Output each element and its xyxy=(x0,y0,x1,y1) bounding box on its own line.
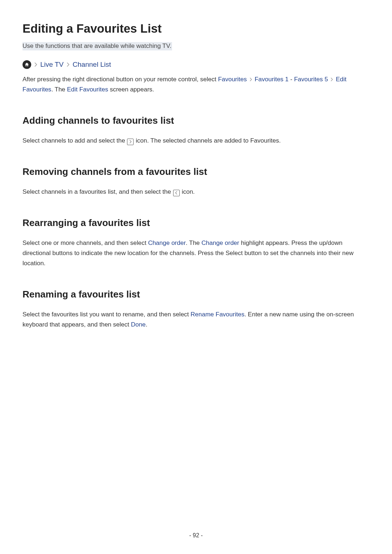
adding-text-2: icon. The selected channels are added to… xyxy=(134,137,281,144)
removing-text-2: icon. xyxy=(180,188,195,195)
intro-paragraph: After pressing the right directional but… xyxy=(23,74,369,95)
page-content: Editing a Favourites List Use the functi… xyxy=(0,0,392,346)
section-heading-renaming: Renaming a favourites list xyxy=(23,289,369,300)
renaming-text-1: Select the favourites list you want to r… xyxy=(23,311,191,318)
page-subtitle: Use the functions that are available whi… xyxy=(23,42,172,50)
section-renaming: Renaming a favourites list Select the fa… xyxy=(23,289,369,330)
favourites-5-label: Favourites 5 xyxy=(294,76,328,83)
chevron-right-icon xyxy=(330,77,333,82)
edit-favourites-label-2: Edit Favourites xyxy=(67,86,108,93)
adding-text-1: Select channels to add and select the xyxy=(23,137,127,144)
chevron-right-icon xyxy=(34,62,37,67)
intro-after: screen appears. xyxy=(108,86,154,93)
rename-favourites-label: Rename Favourites xyxy=(191,311,244,318)
change-order-label-2: Change order xyxy=(201,239,239,246)
rearranging-text-2: . The xyxy=(186,239,201,246)
page-number: - 92 - xyxy=(0,532,392,539)
breadcrumb-channel-list: Channel List xyxy=(73,61,111,69)
removing-text-1: Select channels in a favourites list, an… xyxy=(23,188,173,195)
dash: - xyxy=(289,76,294,83)
section-removing: Removing channels from a favourites list… xyxy=(23,166,369,197)
renaming-text-3: . xyxy=(146,321,147,328)
chevron-right-icon xyxy=(66,62,70,67)
renaming-paragraph: Select the favourites list you want to r… xyxy=(23,309,369,330)
section-adding: Adding channels to favourites list Selec… xyxy=(23,115,369,146)
change-order-label: Change order xyxy=(148,239,186,246)
section-heading-removing: Removing channels from a favourites list xyxy=(23,166,369,177)
chevron-right-icon xyxy=(249,77,252,82)
page-title: Editing a Favourites List xyxy=(23,22,369,36)
adding-paragraph: Select channels to add and select the ic… xyxy=(23,136,369,146)
favourites-1-label: Favourites 1 xyxy=(254,76,289,83)
done-label: Done xyxy=(131,321,146,328)
section-heading-adding: Adding channels to favourites list xyxy=(23,115,369,126)
favourites-label: Favourites xyxy=(218,76,247,83)
intro-the: . The xyxy=(51,86,67,93)
right-arrow-box-icon xyxy=(127,139,134,145)
page-subtitle-wrap: Use the functions that are available whi… xyxy=(23,42,369,60)
rearranging-text-1: Select one or more channels, and then se… xyxy=(23,239,148,246)
rearranging-paragraph: Select one or more channels, and then se… xyxy=(23,238,369,268)
intro-text-1: After pressing the right directional but… xyxy=(23,76,218,83)
section-heading-rearranging: Rearranging a favourites list xyxy=(23,217,369,229)
home-icon xyxy=(23,60,31,69)
section-rearranging: Rearranging a favourites list Select one… xyxy=(23,217,369,268)
left-arrow-box-icon xyxy=(173,190,180,196)
removing-paragraph: Select channels in a favourites list, an… xyxy=(23,187,369,197)
breadcrumb: Live TV Channel List xyxy=(23,60,369,69)
breadcrumb-live-tv: Live TV xyxy=(40,61,64,69)
